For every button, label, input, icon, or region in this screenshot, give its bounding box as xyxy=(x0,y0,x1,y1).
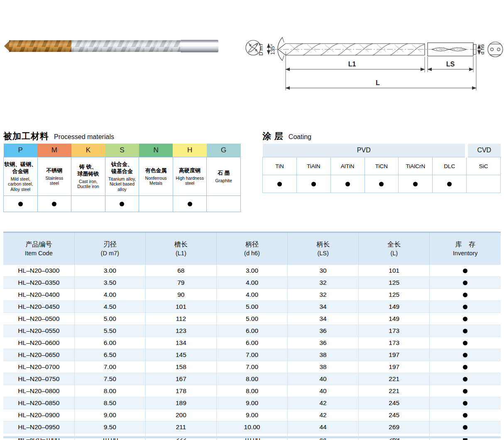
shank-length-cell: 38 xyxy=(288,349,359,361)
coating-name: SiC xyxy=(479,163,488,169)
shank-diameter-cell: 5.00 xyxy=(216,313,287,325)
inventory-cell xyxy=(430,349,501,361)
flute-length-cell: 123 xyxy=(145,325,216,337)
drill-dimension-diagram: D m7 135° d h6 L1 LS L xyxy=(243,33,504,95)
material-desc-cell: 有色金属 Nonferrous Metals xyxy=(139,157,173,196)
inventory-dot xyxy=(463,377,467,381)
material-desc-cell: 石 墨 Graphite xyxy=(207,157,241,196)
item-code-cell: HL–N20–0600 xyxy=(3,337,74,349)
item-code-cell: HL–N20–0850 xyxy=(3,397,74,409)
shank-diameter-cell: 10.00 xyxy=(216,421,287,433)
diameter-cell: 8.00 xyxy=(74,385,145,397)
material-name-zh: 软钢、碳钢、 合金钢 xyxy=(4,161,37,175)
inventory-dot xyxy=(463,329,467,333)
coating-name-header: TiAlN xyxy=(296,157,330,175)
coating-support-dot xyxy=(413,182,418,186)
item-code-cell: HL–N20–0450 xyxy=(3,301,74,313)
spec-table: 产品编号 Item Code 刃径 (D m7) 槽长 (L1) 柄径 (d h… xyxy=(3,232,501,440)
shank-diameter-cell: 5.00 xyxy=(216,301,287,313)
material-name-en: High hardness steel xyxy=(174,176,206,186)
material-class-code: H xyxy=(187,146,192,154)
coating-name-header: TiAlCrN xyxy=(399,157,433,175)
shank-length-cell: 34 xyxy=(288,313,359,325)
processed-materials-title-zh: 被加工材料 xyxy=(3,130,49,142)
inventory-dot xyxy=(463,389,467,394)
flute-length-cell: 68 xyxy=(145,265,216,277)
table-row: HL–N20–0400 4.00 90 4.00 32 125 xyxy=(3,289,501,301)
material-support-dot xyxy=(120,202,124,206)
material-name-en: Titanium alloy, Nickel based alloy xyxy=(106,176,139,192)
shank-diameter-cell: 8.00 xyxy=(216,385,287,397)
shank-end-view-icon xyxy=(488,42,503,57)
spec-column-header-zh: 刃径 xyxy=(75,240,145,248)
spec-column-header-zh: 产品编号 xyxy=(4,240,74,248)
item-code-cell: HL–N20–0500 xyxy=(3,313,74,325)
material-support-cell xyxy=(139,196,173,212)
material-name-zh: 石 墨 xyxy=(207,170,240,177)
table-row: HL–N20–0850 8.50 189 9.00 42 245 xyxy=(3,397,501,409)
spec-column-header-en: Item Code xyxy=(4,250,74,257)
shank-length-label: LS xyxy=(446,61,455,68)
processed-materials-title-en: Processed materials xyxy=(54,133,114,141)
item-code-cell: HL–N20–0900 xyxy=(3,409,74,421)
material-desc-cell: 不锈钢 Stainless steel xyxy=(37,157,71,196)
flute-length-cell: 101 xyxy=(145,301,216,313)
coating-name: TiAlCrN xyxy=(406,163,425,169)
item-code-cell: HL–N20–0550 xyxy=(3,325,74,337)
material-name-en: Cast iron, Ductile iron xyxy=(72,179,105,189)
shank-length-cell: 36 xyxy=(288,337,359,349)
material-name-zh: 高硬度钢 xyxy=(174,167,206,174)
item-code-cell: HL–N20–0400 xyxy=(3,289,74,301)
spec-column-header: 全长 (L) xyxy=(359,232,430,265)
inventory-cell xyxy=(430,421,501,433)
coating-name-header: AlTiN xyxy=(330,157,365,175)
diameter-cell: 6.50 xyxy=(74,349,145,361)
shank-length-cell: 40 xyxy=(288,385,359,397)
item-code-cell: HL–N20–0350 xyxy=(3,277,74,289)
material-class-header: S xyxy=(105,144,139,157)
diameter-cell: 8.50 xyxy=(74,397,145,409)
table-row: HL–N20–0450 4.50 101 5.00 34 149 xyxy=(3,301,501,313)
material-support-dot xyxy=(188,202,192,206)
shank-diameter-cell: 4.00 xyxy=(216,289,287,301)
drill-photo xyxy=(3,35,236,57)
table-row: HL–N20–0350 3.50 79 4.00 32 125 xyxy=(3,277,501,289)
inventory-cell xyxy=(430,361,501,373)
material-desc-cell: 钛合金、 镍基合金 Titanium alloy, Nickel based a… xyxy=(105,157,139,196)
table-row: HL–N20–0900 9.00 200 9.00 42 245 xyxy=(3,409,501,421)
coating-support-cell xyxy=(296,175,330,193)
spec-column-header: 库 存 Inventory xyxy=(430,232,501,265)
inventory-cell xyxy=(430,289,501,301)
material-class-header: K xyxy=(71,144,105,157)
shank-length-cell: 44 xyxy=(288,421,359,433)
material-support-cell xyxy=(105,196,139,212)
inventory-dot xyxy=(463,353,467,357)
inventory-dot xyxy=(463,401,467,406)
inventory-dot xyxy=(463,305,467,309)
overall-length-cell: 101 xyxy=(359,265,430,277)
spec-column-header-en: (d h6) xyxy=(217,250,287,257)
coating-name: TiN xyxy=(275,163,284,169)
material-desc-cell: 铸 铁、 球墨铸铁 Cast iron, Ductile iron xyxy=(71,157,105,196)
material-support-cell xyxy=(207,196,241,212)
spec-column-header-zh: 柄径 xyxy=(217,240,287,248)
diameter-label: D m7 xyxy=(258,43,264,56)
coating-name-header: TiCN xyxy=(365,157,399,175)
material-class-header: P xyxy=(4,144,38,157)
flute-length-cell: 167 xyxy=(145,373,216,385)
material-support-cell xyxy=(4,196,38,212)
overall-length-cell: 221 xyxy=(359,385,430,397)
table-row: HL–N20–0750 7.50 167 8.00 40 221 xyxy=(3,373,501,385)
material-support-cell xyxy=(37,196,71,212)
overall-length-cell: 173 xyxy=(359,337,430,349)
diameter-cell: 5.00 xyxy=(74,313,145,325)
coating-support-cell xyxy=(433,175,467,193)
material-name-en: Stainless steel xyxy=(38,176,71,186)
material-class-row: PMKSNHG xyxy=(4,144,241,157)
coating-support-dot xyxy=(311,182,316,186)
spec-column-header-en: (L1) xyxy=(146,250,216,257)
shank-length-cell: 42 xyxy=(288,397,359,409)
spec-column-header-zh: 柄长 xyxy=(288,240,358,248)
shank-length-cell: 32 xyxy=(288,289,359,301)
flute-length-cell: 200 xyxy=(145,409,216,421)
